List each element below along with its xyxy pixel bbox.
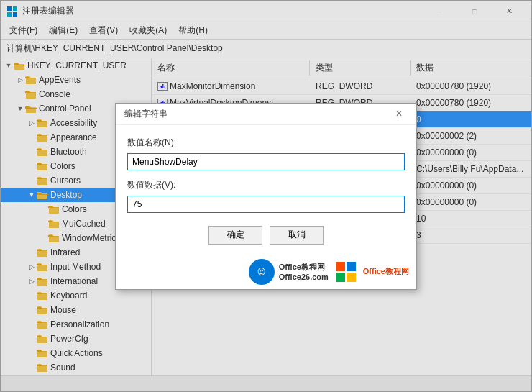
svg-rect-5 <box>347 262 356 271</box>
office-site-text: Office教程网 <box>363 266 409 277</box>
name-input[interactable] <box>127 153 405 170</box>
dialog-buttons: 确定 取消 <box>127 226 405 245</box>
watermark-text: Office教程网 Office26.com <box>279 262 329 281</box>
data-input[interactable] <box>127 196 405 213</box>
cancel-button[interactable]: 取消 <box>270 226 324 245</box>
svg-rect-4 <box>336 262 345 271</box>
dialog-title-bar: 编辑字符串 ✕ <box>116 104 416 125</box>
svg-rect-6 <box>336 273 345 282</box>
ok-button[interactable]: 确定 <box>208 226 262 245</box>
name-label: 数值名称(N): <box>127 137 405 149</box>
dialog-body: 数值名称(N): 数值数据(V): 确定 取消 <box>116 125 416 256</box>
dialog-title: 编辑字符串 <box>124 108 168 120</box>
office-icon <box>333 259 359 285</box>
dialog-overlay: 编辑字符串 ✕ 数值名称(N): 数值数据(V): 确定 取消 © Office… <box>1 1 531 391</box>
watermark: © Office教程网 Office26.com Office教程网 <box>116 256 416 289</box>
main-window: 注册表编辑器 ─ □ ✕ 文件(F)编辑(E)查看(V)收藏夹(A)帮助(H) … <box>0 0 532 392</box>
edit-string-dialog: 编辑字符串 ✕ 数值名称(N): 数值数据(V): 确定 取消 © Office… <box>115 103 417 290</box>
data-label: 数值数据(V): <box>127 179 405 191</box>
dialog-close-button[interactable]: ✕ <box>390 105 408 122</box>
svg-rect-7 <box>347 273 356 282</box>
watermark-logo: © <box>249 259 275 285</box>
